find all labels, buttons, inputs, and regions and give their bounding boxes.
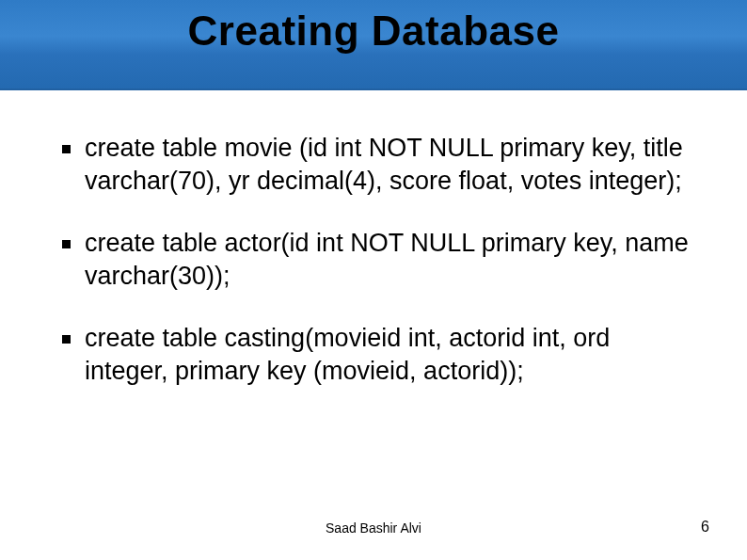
slide-title: Creating Database [0, 8, 747, 55]
footer-page-number: 6 [701, 519, 709, 536]
list-item: create table casting(movieid int, actori… [56, 322, 694, 387]
footer-author: Saad Bashir Alvi [0, 520, 747, 536]
bullet-text: create table casting(movieid int, actori… [85, 324, 610, 385]
content-area: create table movie (id int NOT NULL prim… [56, 132, 694, 417]
bullet-text: create table movie (id int NOT NULL prim… [85, 134, 683, 195]
slide: Creating Database create table movie (id… [0, 0, 747, 560]
bullet-list: create table movie (id int NOT NULL prim… [56, 132, 694, 387]
bullet-text: create table actor(id int NOT NULL prima… [85, 229, 689, 290]
list-item: create table movie (id int NOT NULL prim… [56, 132, 694, 197]
list-item: create table actor(id int NOT NULL prima… [56, 227, 694, 292]
